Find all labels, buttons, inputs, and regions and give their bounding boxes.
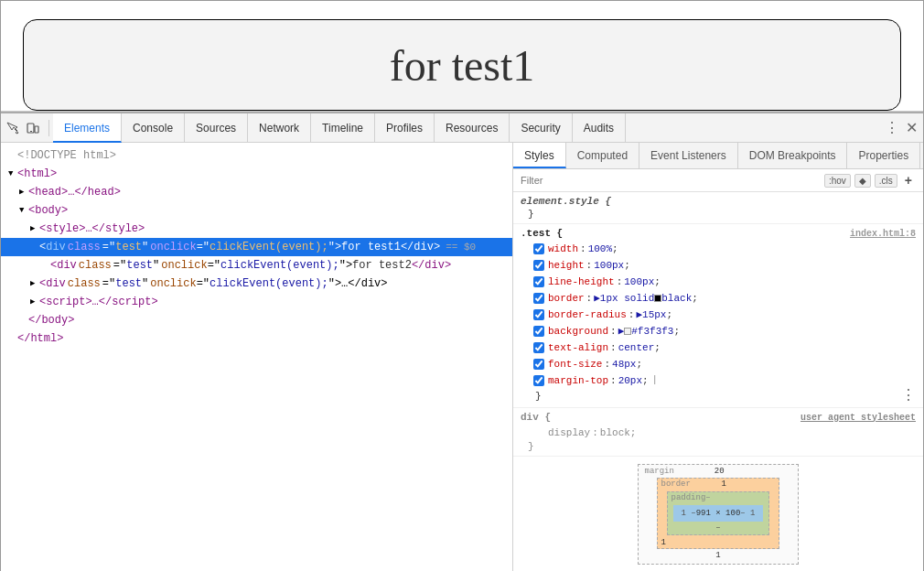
box-padding-outer: padding– 1 – 991 × 100 – 1 –	[667, 491, 768, 535]
force-state-button[interactable]: ◆	[854, 174, 871, 188]
device-icon[interactable]	[25, 120, 41, 136]
tab-dom-breakpoints[interactable]: DOM Breakpoints	[738, 143, 848, 168]
dom-panel: <!DOCTYPE html> ▼ <html> ▶ <head>…</head…	[1, 143, 513, 571]
prop-font-size: font-size: 48px;	[521, 356, 916, 372]
rule-user-agent: div { user agent stylesheet display: blo…	[513, 408, 923, 457]
rule-selector-test: .test { index.html:8	[521, 228, 916, 239]
triangle-style[interactable]: ▶	[30, 221, 39, 237]
cursor-position: |	[652, 373, 658, 388]
dom-line-html-close[interactable]: </html>	[1, 329, 512, 348]
prop-background: background: ▶#f3f3f3;	[521, 323, 916, 339]
box-margin-outer: margin 20 border 1	[638, 464, 798, 565]
rule-selector-user-agent: div { user agent stylesheet	[521, 412, 916, 423]
checkbox-border[interactable]	[533, 293, 544, 304]
color-swatch-border	[654, 295, 661, 302]
styles-panel: Styles Computed Event Listeners DOM Brea…	[513, 143, 923, 571]
prop-border-radius: border-radius: ▶15px;	[521, 307, 916, 323]
rule-test: .test { index.html:8 width: 100%; he	[513, 224, 923, 408]
border-top-val: 1	[721, 479, 725, 489]
dom-line-body[interactable]: ▼ <body>	[1, 201, 512, 220]
tab-event-listeners[interactable]: Event Listeners	[639, 143, 738, 168]
color-swatch-background	[624, 328, 631, 335]
dom-line-div2[interactable]: <div class="test" onclick="clickEvent(ev…	[1, 256, 512, 275]
box-border-outer: border 1 padding–	[657, 478, 779, 549]
border-label: border	[661, 479, 690, 489]
dom-line-style[interactable]: ▶ <style>…</style>	[1, 220, 512, 238]
close-devtools-icon[interactable]: ✕	[903, 120, 919, 136]
prop-text-align: text-align: center;	[521, 339, 916, 356]
tab-network[interactable]: Network	[248, 113, 311, 143]
box-content: 1 – 991 × 100 – 1	[673, 505, 762, 522]
devtools-tabs: Elements Console Sources Network Timelin…	[53, 113, 885, 143]
inspect-icon[interactable]	[5, 120, 21, 136]
tab-security[interactable]: Security	[510, 113, 572, 143]
tab-elements[interactable]: Elements	[53, 113, 122, 143]
tab-audits[interactable]: Audits	[573, 113, 626, 143]
rule-selector-element-style: element.style {	[521, 196, 916, 207]
prop-border: border: ▶1px solid black;	[521, 290, 916, 307]
prop-width: width: 100%;	[521, 241, 916, 257]
prop-line-height: line-height: 100px;	[521, 274, 916, 290]
margin-top-val: 20	[714, 467, 725, 476]
triangle-div3[interactable]: ▶	[30, 275, 39, 292]
filter-bar: :hov ◆ .cls +	[513, 169, 923, 192]
prop-margin-top: margin-top: 20px; |	[521, 372, 916, 389]
devtools-toolbar: Elements Console Sources Network Timelin…	[1, 113, 923, 143]
devtools-toolbar-icons	[5, 120, 49, 136]
devtools-main: <!DOCTYPE html> ▼ <html> ▶ <head>…</head…	[1, 143, 923, 571]
webpage-content: for test1	[23, 19, 901, 111]
rule-more-icon[interactable]: ⋮	[901, 389, 916, 404]
webpage-area: for test1	[1, 1, 923, 112]
cls-button[interactable]: .cls	[875, 174, 897, 188]
browser-window: for test1 Elements	[0, 0, 924, 571]
devtools-panel: Elements Console Sources Network Timelin…	[1, 112, 923, 571]
padding-label: padding–	[671, 493, 710, 502]
checkbox-text-align[interactable]	[533, 342, 544, 353]
triangle-head[interactable]: ▶	[19, 184, 28, 200]
tab-console[interactable]: Console	[122, 113, 185, 143]
dom-line-body-close[interactable]: </body>	[1, 311, 512, 329]
dom-line-selected-div[interactable]: <div class="test" onclick="clickEvent(ev…	[1, 238, 512, 256]
styles-content: element.style { } .test { index.html:8	[513, 192, 923, 571]
add-style-button[interactable]: +	[901, 172, 916, 189]
checkbox-font-size[interactable]	[533, 359, 544, 370]
content-size-val: 991 × 100	[696, 509, 741, 518]
prop-height: height: 100px;	[521, 257, 916, 274]
tab-computed[interactable]: Computed	[566, 143, 639, 168]
hov-button[interactable]: :hov	[824, 174, 851, 188]
filter-input[interactable]	[521, 175, 819, 186]
checkbox-width[interactable]	[533, 243, 544, 254]
border-bottom-val: 1	[661, 538, 665, 547]
checkbox-border-radius[interactable]	[533, 309, 544, 320]
rule-origin-test[interactable]: index.html:8	[850, 229, 916, 239]
dom-line-head[interactable]: ▶ <head>…</head>	[1, 183, 512, 201]
prop-display: display: block;	[521, 425, 916, 441]
tab-styles[interactable]: Styles	[513, 143, 566, 168]
tab-sources[interactable]: Sources	[185, 113, 248, 143]
rule-origin-user-agent: user agent stylesheet	[800, 413, 916, 423]
tab-properties[interactable]: Properties	[847, 143, 920, 168]
tab-resources[interactable]: Resources	[435, 113, 510, 143]
svg-rect-1	[35, 126, 38, 133]
checkbox-margin-top[interactable]	[533, 375, 544, 386]
checkbox-background[interactable]	[533, 326, 544, 337]
triangle-body[interactable]: ▼	[19, 202, 28, 219]
triangle-script[interactable]: ▶	[30, 294, 39, 310]
more-options-icon[interactable]: ⋮	[885, 121, 899, 135]
dom-line-html[interactable]: ▼ <html>	[1, 165, 512, 183]
triangle-html[interactable]: ▼	[8, 166, 17, 182]
checkbox-height[interactable]	[533, 260, 544, 271]
tab-profiles[interactable]: Profiles	[375, 113, 435, 143]
margin-label: margin	[644, 467, 673, 476]
dom-line-script[interactable]: ▶ <script>…</script>	[1, 293, 512, 311]
tab-timeline[interactable]: Timeline	[311, 113, 375, 143]
filter-buttons: :hov ◆ .cls +	[824, 172, 916, 189]
dom-line-div3[interactable]: ▶ <div class="test" onclick="clickEvent(…	[1, 275, 512, 293]
styles-tabs: Styles Computed Event Listeners DOM Brea…	[513, 143, 923, 169]
checkbox-line-height[interactable]	[533, 276, 544, 287]
box-model: margin 20 border 1	[513, 457, 923, 571]
devtools-toolbar-right: ⋮ ✕	[885, 120, 919, 136]
rule-element-style: element.style { }	[513, 192, 923, 224]
dom-line-doctype[interactable]: <!DOCTYPE html>	[1, 146, 512, 165]
